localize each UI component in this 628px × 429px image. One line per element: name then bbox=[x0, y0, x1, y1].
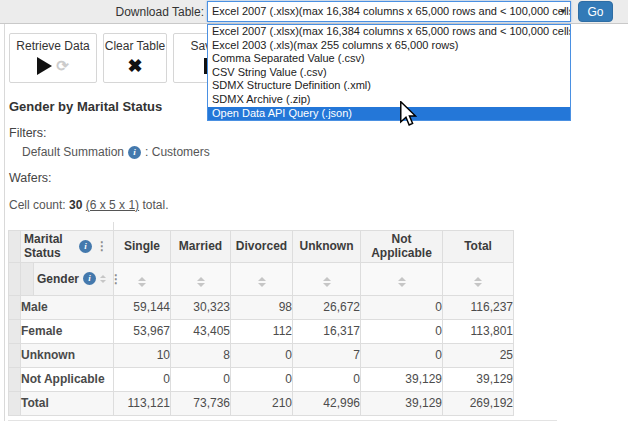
retrieve-data-icons: ⟳ bbox=[37, 57, 69, 75]
row-label: Total bbox=[21, 391, 114, 415]
cell-count-value: 30 bbox=[69, 198, 82, 212]
sort-control-cell[interactable] bbox=[231, 262, 293, 295]
column-header[interactable]: Divorced bbox=[231, 230, 293, 262]
info-icon[interactable]: i bbox=[79, 240, 92, 253]
kebab-menu-icon[interactable]: ⋮ bbox=[110, 273, 122, 285]
table-header-row: Marital Status i ⋮ SingleMarriedDivorced… bbox=[9, 230, 514, 262]
table-cell: 269,192 bbox=[443, 391, 514, 415]
chevron-down-icon: ▼ bbox=[559, 2, 567, 21]
table-row: Female53,96743,40511216,3170113,801 bbox=[9, 319, 514, 343]
table-cell: 53,967 bbox=[114, 319, 171, 343]
table-cell: 0 bbox=[114, 367, 171, 391]
table-cell: 42,996 bbox=[293, 391, 361, 415]
table-cell: 0 bbox=[293, 367, 361, 391]
dropdown-option[interactable]: SDMX Structure Definition (.xml) bbox=[208, 79, 570, 93]
filter-item-suffix: : Customers bbox=[145, 145, 210, 159]
row-label: Not Applicable bbox=[21, 367, 114, 391]
sort-arrows-icon[interactable] bbox=[138, 277, 146, 287]
kebab-menu-icon[interactable]: ⋮ bbox=[96, 240, 108, 252]
sort-control-cell[interactable] bbox=[171, 262, 231, 295]
clear-table-button[interactable]: Clear Table ✖ bbox=[103, 33, 167, 83]
header-gutter bbox=[21, 262, 34, 295]
dropdown-option[interactable]: CSV String Value (.csv) bbox=[208, 66, 570, 80]
selected-format-text: Excel 2007 (.xlsx)(max 16,384 columns x … bbox=[212, 5, 571, 17]
dropdown-option[interactable]: Comma Separated Value (.csv) bbox=[208, 52, 570, 66]
download-table-label: Download Table: bbox=[115, 5, 204, 19]
info-icon[interactable]: i bbox=[83, 272, 96, 285]
row-gutter bbox=[9, 343, 21, 367]
sort-arrows-icon[interactable] bbox=[474, 277, 482, 287]
sort-control-cell[interactable] bbox=[114, 262, 171, 295]
dropdown-option[interactable]: Open Data API Query (.json) bbox=[208, 107, 570, 121]
table-cell: 26,672 bbox=[293, 295, 361, 319]
column-header[interactable]: Unknown bbox=[293, 230, 361, 262]
sort-control-cell[interactable] bbox=[293, 262, 361, 295]
pane-left-border bbox=[4, 24, 5, 421]
retrieve-data-label: Retrieve Data bbox=[16, 39, 89, 53]
row-label: Female bbox=[21, 319, 114, 343]
column-header[interactable]: Married bbox=[171, 230, 231, 262]
row-label: Unknown bbox=[21, 343, 114, 367]
sort-control-cell[interactable] bbox=[443, 262, 514, 295]
column-header[interactable]: Total bbox=[443, 230, 514, 262]
filter-item: Default Summation i : Customers bbox=[22, 145, 210, 159]
sort-arrows-icon[interactable] bbox=[398, 277, 406, 287]
download-format-select[interactable]: Excel 2007 (.xlsx)(max 16,384 columns x … bbox=[207, 1, 571, 22]
row-gutter bbox=[9, 319, 21, 343]
sort-arrows-icon[interactable] bbox=[100, 275, 106, 283]
row-label: Male bbox=[21, 295, 114, 319]
go-button[interactable]: Go bbox=[578, 1, 613, 22]
column-header[interactable]: Single bbox=[114, 230, 171, 262]
table-row: Total113,12173,73621042,99639,129269,192 bbox=[9, 391, 514, 415]
wafers-label: Wafers: bbox=[9, 171, 52, 185]
table-cell: 0 bbox=[231, 343, 293, 367]
row-dimension-label: Gender bbox=[37, 272, 79, 286]
dropdown-option[interactable]: Excel 2007 (.xlsx)(max 16,384 columns x … bbox=[208, 25, 570, 39]
header-gutter bbox=[9, 230, 21, 262]
table-cell: 25 bbox=[443, 343, 514, 367]
page-title: Gender by Marital Status bbox=[9, 99, 162, 114]
table-cell: 30,323 bbox=[171, 295, 231, 319]
column-dimension-label: Marital Status bbox=[24, 232, 75, 260]
sort-arrows-icon[interactable] bbox=[258, 277, 266, 287]
clear-table-icons: ✖ bbox=[127, 57, 142, 75]
table-cell: 10 bbox=[114, 343, 171, 367]
dropdown-option[interactable]: SDMX Archive (.zip) bbox=[208, 93, 570, 107]
cell-count-link[interactable]: (6 x 5 x 1) bbox=[86, 198, 139, 212]
play-icon bbox=[37, 57, 52, 75]
table-cell: 73,736 bbox=[171, 391, 231, 415]
pivot-table: Marital Status i ⋮ SingleMarriedDivorced… bbox=[8, 222, 514, 416]
table-row: Male59,14430,3239826,6720116,237 bbox=[9, 295, 514, 319]
table-spacer-row bbox=[9, 222, 514, 230]
sort-arrows-icon[interactable] bbox=[197, 277, 205, 287]
cell-count: Cell count: 30 (6 x 5 x 1) total. bbox=[9, 198, 168, 212]
sort-control-cell[interactable] bbox=[361, 262, 443, 295]
table-cell: 0 bbox=[231, 367, 293, 391]
row-gutter bbox=[9, 391, 21, 415]
table-cell: 210 bbox=[231, 391, 293, 415]
table-cell: 0 bbox=[361, 343, 443, 367]
cell-count-suffix: total. bbox=[142, 198, 168, 212]
row-gutter bbox=[9, 295, 21, 319]
retrieve-data-button[interactable]: Retrieve Data ⟳ bbox=[9, 33, 97, 83]
table-cell: 8 bbox=[171, 343, 231, 367]
table-cell: 112 bbox=[231, 319, 293, 343]
header-gutter bbox=[9, 262, 21, 295]
column-dimension-header[interactable]: Marital Status i ⋮ bbox=[21, 230, 114, 262]
spacer-cell bbox=[114, 222, 514, 230]
spacer-cell bbox=[9, 222, 21, 230]
clear-table-label: Clear Table bbox=[105, 39, 165, 53]
sort-arrows-icon[interactable] bbox=[323, 277, 331, 287]
table-cell: 0 bbox=[361, 319, 443, 343]
dropdown-option[interactable]: Excel 2003 (.xls)(max 255 columns x 65,0… bbox=[208, 39, 570, 53]
filter-item-prefix: Default Summation bbox=[22, 145, 124, 159]
row-dimension-header[interactable]: Gender i ⋮ bbox=[34, 262, 114, 295]
table-cell: 113,801 bbox=[443, 319, 514, 343]
x-icon: ✖ bbox=[127, 57, 142, 75]
cell-count-prefix: Cell count: bbox=[9, 198, 66, 212]
spacer-cell bbox=[21, 222, 114, 230]
table-cell: 98 bbox=[231, 295, 293, 319]
column-header[interactable]: Not Applicable bbox=[361, 230, 443, 262]
table-cell: 43,405 bbox=[171, 319, 231, 343]
info-icon[interactable]: i bbox=[128, 146, 141, 159]
